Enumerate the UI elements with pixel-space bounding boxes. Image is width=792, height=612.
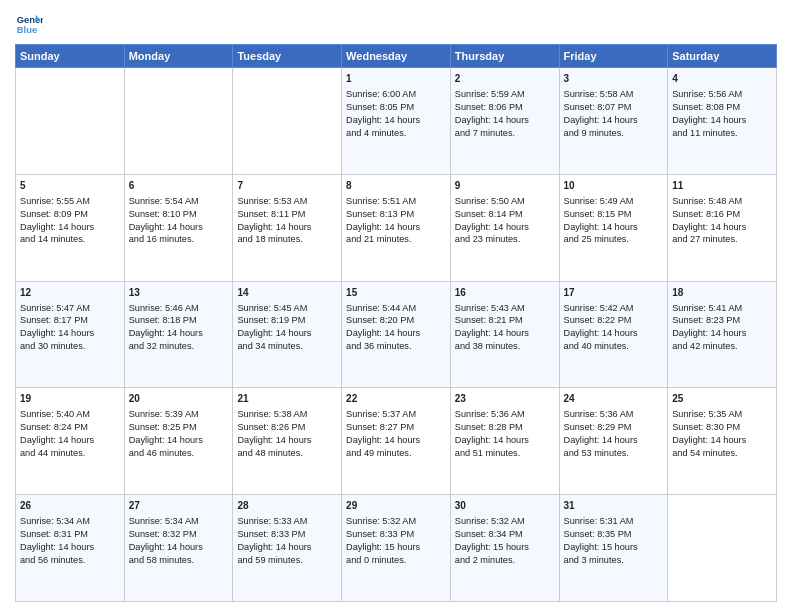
cell-text: and 36 minutes. (346, 341, 411, 351)
cell-text: and 9 minutes. (564, 128, 624, 138)
calendar-cell: 9Sunrise: 5:50 AMSunset: 8:14 PMDaylight… (450, 174, 559, 281)
day-number: 27 (129, 499, 229, 513)
cell-text: Sunrise: 5:55 AM (20, 196, 90, 206)
cell-text: Sunset: 8:17 PM (20, 315, 88, 325)
cell-text: Sunset: 8:06 PM (455, 102, 523, 112)
calendar-cell: 15Sunrise: 5:44 AMSunset: 8:20 PMDayligh… (342, 281, 451, 388)
cell-text: Sunrise: 5:51 AM (346, 196, 416, 206)
calendar-cell: 8Sunrise: 5:51 AMSunset: 8:13 PMDaylight… (342, 174, 451, 281)
day-number: 6 (129, 179, 229, 193)
cell-text: Sunrise: 5:33 AM (237, 516, 307, 526)
cell-text: Sunset: 8:09 PM (20, 209, 88, 219)
cell-text: Sunset: 8:21 PM (455, 315, 523, 325)
cell-text: Sunset: 8:33 PM (237, 529, 305, 539)
day-number: 8 (346, 179, 446, 193)
cell-text: Daylight: 14 hours (455, 222, 529, 232)
cell-text: Sunset: 8:20 PM (346, 315, 414, 325)
cell-text: and 32 minutes. (129, 341, 194, 351)
cell-text: Sunrise: 5:45 AM (237, 303, 307, 313)
cell-text: Daylight: 15 hours (346, 542, 420, 552)
cell-text: Daylight: 14 hours (129, 542, 203, 552)
day-number: 22 (346, 392, 446, 406)
cell-text: Daylight: 14 hours (346, 435, 420, 445)
cell-text: and 11 minutes. (672, 128, 737, 138)
cell-text: Daylight: 15 hours (455, 542, 529, 552)
cell-text: and 14 minutes. (20, 234, 85, 244)
cell-text: Sunset: 8:16 PM (672, 209, 740, 219)
cell-text: Daylight: 14 hours (564, 222, 638, 232)
calendar-cell: 2Sunrise: 5:59 AMSunset: 8:06 PMDaylight… (450, 68, 559, 175)
calendar-cell: 21Sunrise: 5:38 AMSunset: 8:26 PMDayligh… (233, 388, 342, 495)
cell-text: and 51 minutes. (455, 448, 520, 458)
calendar-cell: 19Sunrise: 5:40 AMSunset: 8:24 PMDayligh… (16, 388, 125, 495)
calendar-cell: 18Sunrise: 5:41 AMSunset: 8:23 PMDayligh… (668, 281, 777, 388)
cell-text: Sunset: 8:08 PM (672, 102, 740, 112)
cell-text: Sunset: 8:24 PM (20, 422, 88, 432)
cell-text: Sunset: 8:14 PM (455, 209, 523, 219)
weekday-header-wednesday: Wednesday (342, 45, 451, 68)
cell-text: Sunset: 8:10 PM (129, 209, 197, 219)
day-number: 10 (564, 179, 664, 193)
svg-text:Blue: Blue (17, 25, 37, 35)
calendar-cell: 12Sunrise: 5:47 AMSunset: 8:17 PMDayligh… (16, 281, 125, 388)
cell-text: Sunset: 8:15 PM (564, 209, 632, 219)
cell-text: Daylight: 14 hours (455, 115, 529, 125)
cell-text: Daylight: 14 hours (346, 222, 420, 232)
page-header: General Blue (15, 10, 777, 38)
cell-text: and 21 minutes. (346, 234, 411, 244)
cell-text: Sunset: 8:05 PM (346, 102, 414, 112)
day-number: 18 (672, 286, 772, 300)
calendar-cell: 6Sunrise: 5:54 AMSunset: 8:10 PMDaylight… (124, 174, 233, 281)
cell-text: Daylight: 14 hours (346, 115, 420, 125)
cell-text: Sunrise: 5:40 AM (20, 409, 90, 419)
cell-text: Daylight: 14 hours (237, 222, 311, 232)
cell-text: Daylight: 14 hours (129, 328, 203, 338)
calendar-cell (668, 495, 777, 602)
day-number: 13 (129, 286, 229, 300)
day-number: 16 (455, 286, 555, 300)
cell-text: Sunset: 8:25 PM (129, 422, 197, 432)
cell-text: Sunrise: 5:58 AM (564, 89, 634, 99)
cell-text: Sunset: 8:31 PM (20, 529, 88, 539)
calendar-cell: 28Sunrise: 5:33 AMSunset: 8:33 PMDayligh… (233, 495, 342, 602)
cell-text: Sunset: 8:18 PM (129, 315, 197, 325)
cell-text: and 56 minutes. (20, 555, 85, 565)
calendar-cell: 23Sunrise: 5:36 AMSunset: 8:28 PMDayligh… (450, 388, 559, 495)
day-number: 31 (564, 499, 664, 513)
cell-text: Sunrise: 5:54 AM (129, 196, 199, 206)
weekday-header-sunday: Sunday (16, 45, 125, 68)
cell-text: Sunrise: 5:32 AM (455, 516, 525, 526)
calendar-cell: 14Sunrise: 5:45 AMSunset: 8:19 PMDayligh… (233, 281, 342, 388)
cell-text: and 40 minutes. (564, 341, 629, 351)
calendar-cell (16, 68, 125, 175)
calendar-cell: 20Sunrise: 5:39 AMSunset: 8:25 PMDayligh… (124, 388, 233, 495)
cell-text: Daylight: 14 hours (20, 328, 94, 338)
cell-text: Daylight: 14 hours (129, 435, 203, 445)
day-number: 15 (346, 286, 446, 300)
cell-text: Sunrise: 5:34 AM (20, 516, 90, 526)
day-number: 9 (455, 179, 555, 193)
calendar-cell: 5Sunrise: 5:55 AMSunset: 8:09 PMDaylight… (16, 174, 125, 281)
cell-text: and 27 minutes. (672, 234, 737, 244)
cell-text: Daylight: 14 hours (455, 328, 529, 338)
day-number: 17 (564, 286, 664, 300)
calendar-cell: 1Sunrise: 6:00 AMSunset: 8:05 PMDaylight… (342, 68, 451, 175)
cell-text: and 30 minutes. (20, 341, 85, 351)
cell-text: Daylight: 14 hours (564, 435, 638, 445)
cell-text: Sunset: 8:26 PM (237, 422, 305, 432)
cell-text: Sunrise: 5:48 AM (672, 196, 742, 206)
day-number: 11 (672, 179, 772, 193)
cell-text: Sunset: 8:13 PM (346, 209, 414, 219)
day-number: 24 (564, 392, 664, 406)
cell-text: Daylight: 14 hours (564, 115, 638, 125)
day-number: 21 (237, 392, 337, 406)
cell-text: Sunrise: 5:42 AM (564, 303, 634, 313)
cell-text: Sunset: 8:11 PM (237, 209, 305, 219)
calendar-cell: 11Sunrise: 5:48 AMSunset: 8:16 PMDayligh… (668, 174, 777, 281)
cell-text: and 42 minutes. (672, 341, 737, 351)
cell-text: Sunset: 8:23 PM (672, 315, 740, 325)
cell-text: and 16 minutes. (129, 234, 194, 244)
cell-text: Sunrise: 5:46 AM (129, 303, 199, 313)
cell-text: and 34 minutes. (237, 341, 302, 351)
cell-text: Sunrise: 5:35 AM (672, 409, 742, 419)
